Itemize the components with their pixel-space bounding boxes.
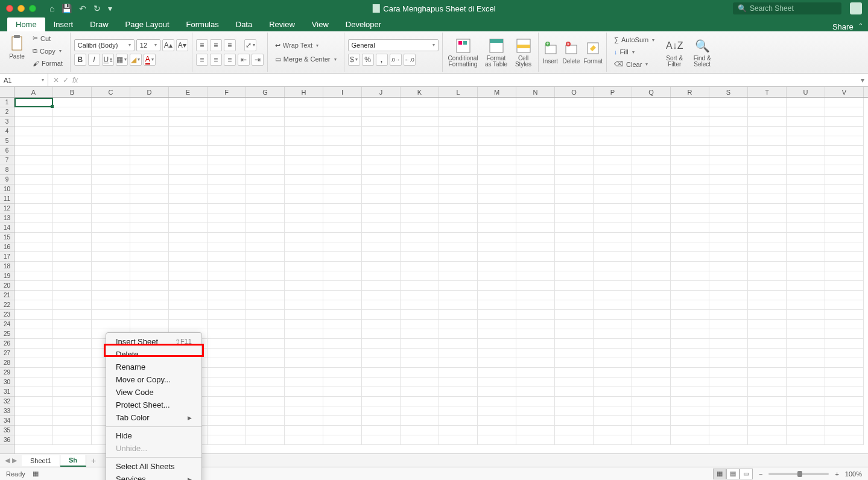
cell[interactable] — [401, 397, 439, 406]
border-button[interactable]: ▦ — [116, 54, 128, 66]
cell[interactable] — [285, 136, 323, 146]
cell[interactable] — [439, 339, 478, 349]
cell[interactable] — [169, 194, 207, 204]
cell[interactable] — [207, 416, 246, 426]
cell[interactable] — [825, 377, 864, 387]
cell[interactable] — [207, 98, 246, 107]
cell[interactable] — [439, 194, 478, 204]
cell[interactable] — [787, 349, 825, 358]
cell[interactable] — [594, 165, 632, 175]
cell[interactable] — [825, 435, 864, 445]
cell[interactable] — [207, 252, 246, 262]
cell[interactable] — [285, 98, 323, 107]
cell[interactable] — [14, 213, 53, 223]
cell[interactable] — [748, 204, 787, 213]
cell[interactable] — [478, 426, 516, 435]
row-header[interactable]: 31 — [0, 387, 14, 397]
cell[interactable] — [478, 291, 516, 300]
cell[interactable] — [323, 156, 362, 165]
cell[interactable] — [285, 300, 323, 310]
cell[interactable] — [14, 107, 53, 117]
cell[interactable] — [207, 117, 246, 127]
cell[interactable] — [362, 156, 401, 165]
ctx-view-code[interactable]: View Code — [106, 386, 201, 399]
cell[interactable] — [555, 204, 594, 213]
cell[interactable] — [323, 300, 362, 310]
cell[interactable] — [362, 291, 401, 300]
cell[interactable] — [516, 146, 555, 156]
cell[interactable] — [439, 136, 478, 146]
orientation-button[interactable]: ⤢ — [244, 39, 256, 51]
cell[interactable] — [787, 185, 825, 194]
cell[interactable] — [439, 233, 478, 242]
cell[interactable] — [246, 281, 285, 291]
cell[interactable] — [555, 387, 594, 397]
row-header[interactable]: 5 — [0, 136, 14, 146]
cell[interactable] — [825, 117, 864, 127]
cell[interactable] — [169, 185, 207, 194]
cell[interactable] — [169, 213, 207, 223]
cell[interactable] — [207, 329, 246, 339]
cell[interactable] — [748, 300, 787, 310]
cell[interactable] — [594, 242, 632, 252]
column-header[interactable]: M — [478, 87, 516, 97]
cell[interactable] — [401, 291, 439, 300]
cell[interactable] — [14, 368, 53, 377]
cell[interactable] — [130, 252, 169, 262]
row-header[interactable]: 27 — [0, 349, 14, 358]
cell[interactable] — [92, 165, 130, 175]
cell[interactable] — [748, 262, 787, 271]
cell[interactable] — [323, 252, 362, 262]
cell[interactable] — [594, 377, 632, 387]
cell[interactable] — [748, 117, 787, 127]
cell[interactable] — [53, 271, 92, 281]
cell[interactable] — [594, 156, 632, 165]
cell[interactable] — [555, 262, 594, 271]
cell[interactable] — [825, 185, 864, 194]
cell[interactable] — [246, 204, 285, 213]
cell[interactable] — [130, 136, 169, 146]
cell[interactable] — [748, 406, 787, 416]
cell[interactable] — [207, 377, 246, 387]
cell[interactable] — [748, 377, 787, 387]
cell[interactable] — [632, 165, 671, 175]
column-header[interactable]: G — [246, 87, 285, 97]
row-header[interactable]: 9 — [0, 175, 14, 185]
cell[interactable] — [323, 329, 362, 339]
cell[interactable] — [401, 281, 439, 291]
cell[interactable] — [478, 262, 516, 271]
cell[interactable] — [632, 136, 671, 146]
cell[interactable] — [594, 406, 632, 416]
cell[interactable] — [594, 358, 632, 368]
cell[interactable] — [555, 281, 594, 291]
column-header[interactable]: S — [709, 87, 748, 97]
cell[interactable] — [285, 435, 323, 445]
cell[interactable] — [207, 406, 246, 416]
cell[interactable] — [92, 107, 130, 117]
row-header[interactable]: 33 — [0, 406, 14, 416]
cell[interactable] — [285, 213, 323, 223]
cell[interactable] — [632, 204, 671, 213]
cell[interactable] — [787, 329, 825, 339]
cell[interactable] — [285, 397, 323, 406]
cell[interactable] — [748, 165, 787, 175]
cell[interactable] — [516, 349, 555, 358]
cell[interactable] — [169, 291, 207, 300]
sheet-tab-active[interactable]: Sh — [60, 455, 86, 467]
cell[interactable] — [594, 233, 632, 242]
cut-button[interactable]: ✂Cut — [29, 33, 66, 44]
decrease-decimal-button[interactable]: ←.0 — [404, 54, 416, 66]
cell[interactable] — [285, 281, 323, 291]
cell[interactable] — [671, 397, 709, 406]
cell[interactable] — [92, 310, 130, 320]
cell[interactable] — [478, 406, 516, 416]
column-header[interactable]: H — [285, 87, 323, 97]
cell[interactable] — [748, 213, 787, 223]
cell[interactable] — [53, 291, 92, 300]
cell[interactable] — [478, 194, 516, 204]
cell[interactable] — [632, 98, 671, 107]
cell[interactable] — [594, 223, 632, 233]
cell[interactable] — [401, 435, 439, 445]
cell[interactable] — [323, 397, 362, 406]
cell[interactable] — [323, 175, 362, 185]
